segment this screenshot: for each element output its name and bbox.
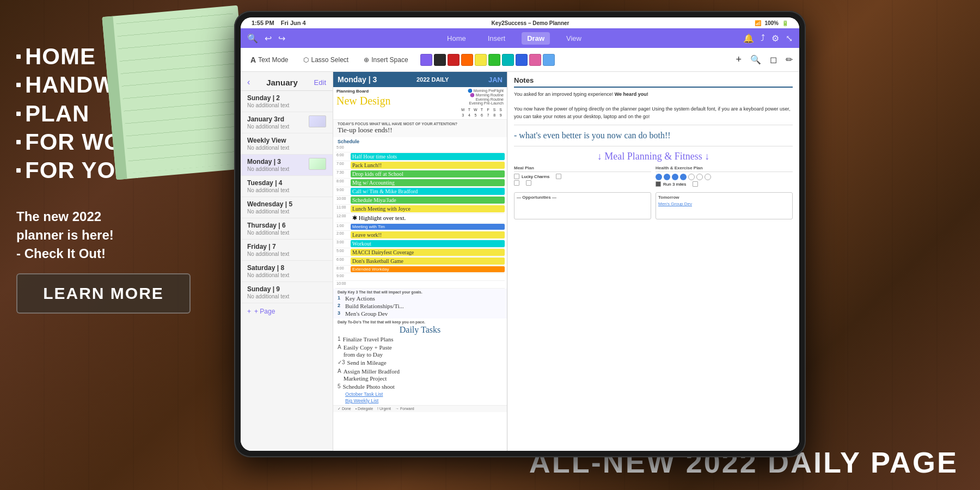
meal-checkbox-1[interactable]: [514, 174, 519, 179]
sidebar-item-jan3rd[interactable]: January 3rd No additional text: [241, 112, 333, 133]
pen-orange[interactable]: [461, 54, 473, 66]
pen-yellow[interactable]: [475, 54, 487, 66]
insert-space-tool[interactable]: ⊕ Insert Space: [360, 54, 411, 65]
exercise-dot-7: [705, 174, 711, 180]
search-icon[interactable]: 🔍: [247, 33, 258, 44]
notes-content: You asked for an improved typing experie…: [514, 91, 793, 120]
bell-icon[interactable]: 🔔: [743, 33, 754, 44]
undo-icon[interactable]: ↩: [265, 33, 272, 44]
daily-todo-title: Daily To-Do's The list that will keep yo…: [338, 320, 503, 324]
sidebar-item-title: Sunday | 9: [247, 285, 326, 293]
event-lunch-joyce: Lunch Meeting with Joyce: [351, 205, 505, 212]
daily-page: Monday | 3 2022 DAILY JAN Planning Board…: [333, 72, 507, 451]
key-item-3: 3 Men's Group Dev: [338, 310, 503, 317]
pen-cyan[interactable]: [502, 54, 514, 66]
time-slot-1300: 1:00 Meeting with Tim: [335, 223, 505, 231]
sidebar-item-sunday9[interactable]: Sunday | 9 No additional text: [241, 282, 333, 303]
sidebar-item-title: Thursday | 6: [247, 222, 326, 229]
learn-more-button[interactable]: LEARN MORE: [16, 273, 191, 314]
tomorrow-item[interactable]: Men's Group Dev: [658, 201, 790, 206]
sidebar-item-monday3[interactable]: Monday | 3 No additional text: [241, 155, 333, 176]
exercise-dot-5: [688, 174, 695, 180]
run-checkbox-2[interactable]: [693, 181, 698, 187]
settings-icon[interactable]: ⚙: [771, 33, 779, 44]
focus-handwrite: Tie-up loose ends!!: [338, 126, 503, 135]
key-item-2: 2 Build Relationships/Ti...: [338, 303, 503, 309]
battery-level: 100%: [764, 20, 779, 26]
pen-blue[interactable]: [516, 54, 528, 66]
october-task-list-link[interactable]: October Task List: [338, 391, 503, 397]
status-right: 📶 100% 🔋: [755, 20, 788, 26]
expand-icon[interactable]: ⤡: [786, 33, 793, 44]
lasso-select-tool[interactable]: ⬡ Lasso Select: [300, 54, 352, 65]
run-checkbox[interactable]: [656, 181, 661, 187]
app-toolbar: 🔍 ↩ ↪ Home Insert Draw View 🔔 ⤴ ⚙ ⤡: [241, 28, 799, 48]
schedule-title: Schedule: [335, 137, 505, 145]
text-mode-tool[interactable]: A Text Mode: [247, 54, 291, 66]
page-header-year: 2022 DAILY: [416, 76, 449, 83]
pen-green[interactable]: [488, 54, 500, 66]
tomorrow-box: Tomorrow Men's Group Dev: [656, 192, 793, 219]
run-label: Run 3 miles: [663, 182, 686, 187]
bullet-dot-5: [16, 168, 21, 173]
time-slot-2000: 8:00 Extended Workday: [335, 266, 505, 273]
eraser-icon[interactable]: ◻: [770, 54, 777, 65]
opportunities-box: — Opportunities —: [514, 192, 651, 219]
notes-page: Notes You asked for an improved typing e…: [507, 72, 799, 451]
daily-tasks-handwrite: Daily Tasks: [338, 325, 503, 335]
notes-handwrite: - what's even better is you now can do b…: [514, 130, 793, 142]
notes-title: Notes: [514, 76, 793, 84]
sidebar-item-thursday6[interactable]: Thursday | 6 No additional text: [241, 218, 333, 240]
pen-purple[interactable]: [420, 54, 432, 66]
event-highlight: ✱ Highlight over text.: [351, 214, 505, 222]
sidebar-edit-button[interactable]: Edit: [314, 78, 326, 87]
nav-home[interactable]: Home: [442, 32, 471, 45]
sidebar-item-title: Saturday | 8: [247, 264, 326, 272]
sidebar-item-title: Wednesday | 5: [247, 200, 326, 208]
bullet-dot-3: [16, 112, 21, 116]
redo-icon[interactable]: ↪: [278, 33, 285, 44]
time-slot-2200: 10:00: [335, 281, 505, 289]
pen-light-blue[interactable]: [543, 54, 555, 66]
planning-board-title: Planning Board: [336, 89, 390, 94]
add-pen-icon[interactable]: +: [736, 54, 742, 65]
nav-insert[interactable]: Insert: [482, 32, 511, 45]
sidebar-item-friday7[interactable]: Friday | 7 No additional text: [241, 240, 333, 261]
notes-line1: You asked for an improved typing experie…: [514, 91, 615, 97]
nav-draw[interactable]: Draw: [522, 32, 550, 45]
color-picker-icon[interactable]: 🔍: [750, 54, 761, 65]
sidebar-item-tuesday4[interactable]: Tuesday | 4 No additional text: [241, 176, 333, 197]
meal-checkbox-4[interactable]: [526, 180, 531, 186]
exercise-dot-4: [680, 174, 687, 180]
todo-item-5: 5 Schedule Photo shoot: [338, 383, 503, 390]
big-weekly-list-link[interactable]: Big Weekly List: [338, 398, 503, 403]
bullet-text-3: PLAN: [25, 101, 89, 127]
time-slot-730: 7:30 Drop kids off at School: [335, 170, 505, 179]
time-slot-600: 6:00 Half Hour time slots: [335, 152, 505, 161]
meal-checkbox-2[interactable]: [556, 174, 561, 179]
sidebar-back-button[interactable]: ‹: [247, 77, 250, 87]
sidebar-item-sunday2[interactable]: Sunday | 2 No additional text: [241, 91, 333, 112]
event-mtg-accounting: Mtg w/ Accounting: [351, 179, 505, 186]
meal-fitness-grid: Meal Plan Lucky Charms: [514, 166, 793, 188]
meal-checkbox-3[interactable]: [514, 180, 519, 186]
todo-item-4: A Assign Miller BradfordMarketing Projec…: [338, 368, 503, 382]
tomorrow-title: Tomorrow: [658, 195, 790, 200]
share-icon[interactable]: ⤴: [761, 33, 765, 43]
notes-divider-2: [514, 146, 793, 146]
sidebar-item-title: Weekly View: [247, 137, 326, 144]
pen-dark[interactable]: [434, 54, 446, 66]
pen-pink[interactable]: [529, 54, 541, 66]
sidebar-item-wednesday5[interactable]: Wednesday | 5 No additional text: [241, 197, 333, 218]
meal-fitness-section: ↓ Meal Planning & Fitness ↓ Meal Plan Lu…: [514, 151, 793, 188]
sidebar-item-weekly[interactable]: Weekly View No additional text: [241, 133, 333, 155]
legend-forward: → Forward: [395, 407, 414, 411]
pen-extra-icon[interactable]: ✏: [786, 54, 793, 65]
time-slot-2100: 9:00: [335, 273, 505, 281]
sidebar-item-saturday8[interactable]: Saturday | 8 No additional text: [241, 261, 333, 282]
pen-red[interactable]: [448, 54, 460, 66]
lasso-label: Lasso Select: [311, 56, 348, 64]
add-page-button[interactable]: + + Page: [241, 303, 333, 320]
event-drop-kids: Drop kids off at School: [351, 170, 505, 177]
nav-view[interactable]: View: [561, 32, 587, 45]
